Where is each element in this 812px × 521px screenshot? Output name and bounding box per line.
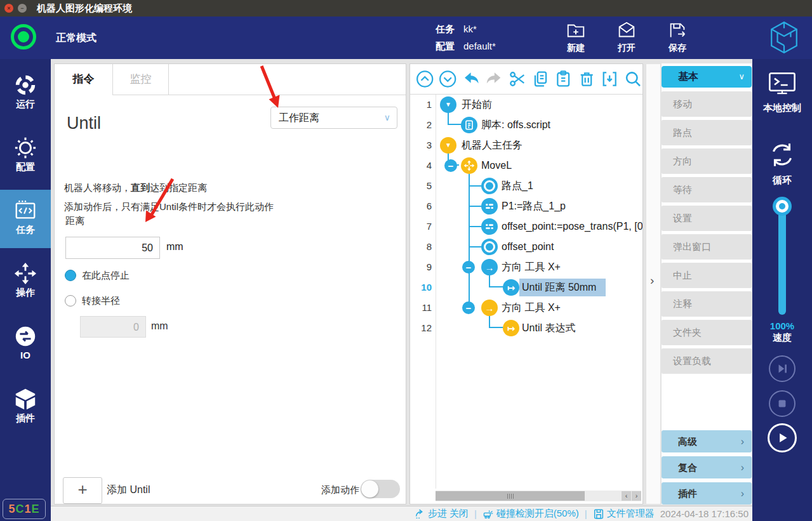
tree-toolbar [410, 64, 642, 95]
tree-row-12[interactable]: 12↦Until 表达式 [410, 318, 642, 338]
undo-icon[interactable] [462, 69, 481, 89]
tree-row-6[interactable]: 6P1:=路点_1_p [410, 196, 642, 216]
tree-row-7[interactable]: 7offset_point:=pose_trans(P1, [0,0 [410, 216, 642, 237]
delete-icon[interactable] [577, 69, 596, 89]
speed-slider-handle[interactable] [773, 197, 792, 216]
palette-item-9[interactable]: 文件夹 [662, 320, 752, 345]
palette-item-1[interactable]: 移动 [662, 91, 752, 117]
move-down-icon[interactable] [438, 69, 457, 89]
paste-icon[interactable] [554, 69, 573, 89]
task-label: 任务 [436, 23, 455, 34]
scrollbar-thumb[interactable] [436, 491, 585, 501]
tab-instruction[interactable]: 指令 [55, 64, 113, 95]
add-until-button[interactable]: + [63, 477, 102, 504]
palette-item-7[interactable]: 中止 [662, 263, 752, 288]
collision-detection-status[interactable]: 碰撞检测开启(50%) [483, 508, 579, 520]
window-minimize-button[interactable]: − [18, 4, 27, 13]
palette-group-3[interactable]: 插件› [662, 482, 752, 505]
palette-item-4[interactable]: 等待 [662, 177, 752, 202]
add-action-label: 添加动作 [309, 484, 359, 496]
save-icon [667, 20, 688, 41]
run-target-icon [13, 73, 37, 97]
radio-stop-at-point[interactable]: 在此点停止 [65, 269, 130, 282]
move-up-icon[interactable] [415, 69, 434, 89]
palette-item-3[interactable]: 方向 [662, 148, 752, 174]
distance-input[interactable]: 50 [65, 237, 160, 259]
local-control-icon[interactable] [767, 70, 797, 98]
collapse-minus-icon[interactable]: − [462, 261, 475, 274]
palette-item-5[interactable]: 设置 [662, 206, 752, 231]
search-icon[interactable] [623, 69, 642, 89]
tree-row-9[interactable]: 9−→方向 工具 X+ [410, 257, 642, 277]
sidebar-item-config[interactable]: 配置 [0, 127, 51, 185]
collapse-minus-icon[interactable]: − [444, 159, 457, 172]
distance-unit: mm [166, 241, 183, 253]
file-manager-button[interactable]: 文件管理器 [593, 508, 655, 520]
step-next-button[interactable] [769, 355, 795, 382]
tree-row-2[interactable]: 2脚本: offs.script [410, 115, 642, 135]
tree-row-3[interactable]: 3▼机器人主任务 [410, 135, 642, 155]
save-button[interactable]: 保存 [659, 18, 696, 54]
radio-blend-radius[interactable]: 转接半径 [65, 294, 120, 307]
new-button[interactable]: 新建 [557, 18, 594, 54]
palette-item-2[interactable]: 路点 [662, 120, 752, 145]
stop-icon [774, 395, 790, 412]
sidebar-item-run[interactable]: 运行 [0, 64, 51, 122]
tree-row-11[interactable]: 11−→方向 工具 X+ [410, 298, 642, 318]
loop-icon[interactable] [768, 140, 797, 169]
horizontal-scrollbar[interactable]: ‹ › [436, 491, 641, 501]
tree-row-label: P1:=路点_1_p [502, 196, 566, 216]
direction-node-icon: → [481, 259, 498, 275]
line-number: 11 [410, 298, 432, 318]
expander-node-icon: ▼ [440, 137, 456, 154]
sidebar-item-operate[interactable]: 操作 [0, 253, 51, 311]
line-number: 9 [410, 257, 432, 277]
left-sidebar: 5C1E 运行配置任务操作IO插件 [0, 59, 51, 521]
redo-icon[interactable] [484, 69, 503, 89]
add-until-label: 添加 Until [107, 484, 150, 497]
open-button[interactable]: 打开 [608, 18, 645, 54]
line-number: 12 [410, 318, 432, 338]
palette-item-10[interactable]: 设置负载 [662, 348, 752, 374]
tree-row-8[interactable]: 8offset_point [410, 237, 642, 257]
palette-group-basic[interactable]: 基本 ∨ [662, 66, 752, 88]
expander-node-icon: ▼ [440, 96, 456, 113]
tree-row-5[interactable]: 5路点_1 [410, 176, 642, 196]
scroll-right-button[interactable]: › [632, 491, 641, 501]
palette-group-2[interactable]: 复合› [662, 456, 752, 478]
step-mode-status[interactable]: 步进 关闭 [414, 508, 469, 520]
assign-node-icon [481, 218, 498, 235]
palette-group-1[interactable]: 高级› [662, 430, 752, 452]
robot-id-badge[interactable]: 5C1E [3, 499, 46, 519]
cut-icon[interactable] [508, 69, 527, 89]
palette-item-6[interactable]: 弹出窗口 [662, 234, 752, 260]
palette-item-8[interactable]: 注释 [662, 291, 752, 317]
tree-row-label: Until 距离 50mm [522, 277, 596, 298]
collapse-minus-icon[interactable]: − [462, 301, 475, 314]
play-button[interactable] [768, 423, 797, 452]
until-type-dropdown[interactable]: 工作距离 ∨ [270, 107, 397, 129]
speed-label: 速度 [752, 332, 812, 344]
sidebar-item-io[interactable]: IO [0, 315, 51, 374]
sidebar-item-task[interactable]: 任务 [0, 190, 51, 248]
tree-row-4[interactable]: 4−MoveL [410, 155, 642, 176]
config-label: 配置 [436, 41, 455, 51]
expand-panel-button[interactable]: › [650, 274, 654, 287]
blend-radius-input[interactable]: 0 [80, 316, 146, 338]
waypoint-node-icon [481, 178, 498, 194]
tree-row-10[interactable]: 10↦Until 距离 50mm [410, 277, 642, 298]
chevron-right-icon: › [741, 482, 744, 505]
line-number: 7 [410, 216, 432, 237]
copy-icon[interactable] [531, 69, 550, 89]
play-icon [774, 430, 790, 446]
tree-row-1[interactable]: 1▼开始前 [410, 95, 642, 115]
insert-icon[interactable] [600, 69, 619, 89]
window-close-button[interactable]: × [4, 4, 13, 13]
scroll-left-button[interactable]: ‹ [622, 491, 631, 501]
sidebar-item-plugin[interactable]: 插件 [0, 378, 51, 437]
open-file-icon [616, 20, 637, 41]
add-action-toggle[interactable] [361, 480, 400, 498]
chevron-right-icon: › [741, 456, 744, 478]
stop-button[interactable] [769, 390, 795, 417]
tab-monitor[interactable]: 监控 [113, 64, 169, 95]
